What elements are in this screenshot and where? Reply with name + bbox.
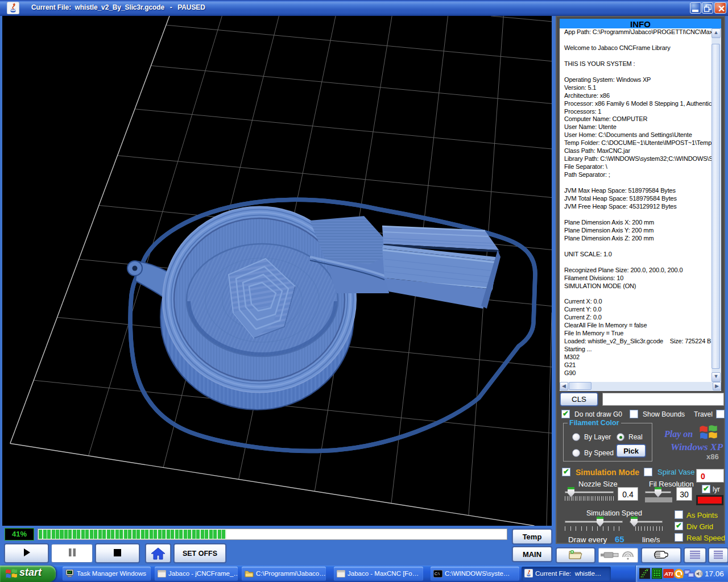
svg-text:ATI: ATI bbox=[664, 571, 673, 577]
svg-text:C:\: C:\ bbox=[435, 572, 440, 576]
